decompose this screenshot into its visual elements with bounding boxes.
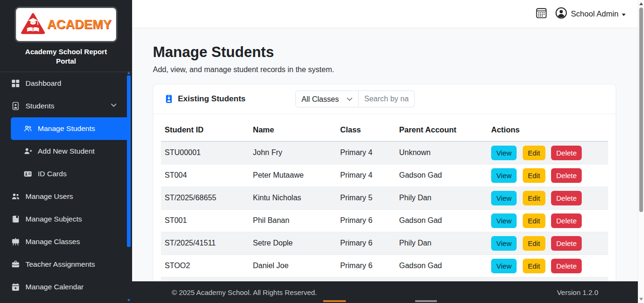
- browser-scrollbar[interactable]: [638, 0, 644, 303]
- sidebar-item-label: Students: [25, 102, 54, 110]
- table-row: ST001 Phil Banan Primary 6 Gadson Gad Vi…: [161, 209, 608, 232]
- delete-button[interactable]: Delete: [551, 191, 582, 205]
- topbar: School Admin: [132, 0, 638, 28]
- search-input[interactable]: [359, 90, 415, 107]
- cell-name: Daniel Joe: [249, 254, 336, 277]
- view-button[interactable]: View: [491, 213, 517, 228]
- students-table-body: Student ID Name Class Parent Account Act…: [153, 114, 616, 300]
- sidebar-item-dashboard[interactable]: Dashboard: [0, 72, 132, 95]
- sidebar-item-add-new-student[interactable]: Add New Student: [0, 140, 132, 163]
- table-row: ST/2025/68655 Kintu Nicholas Primary 5 P…: [161, 187, 608, 209]
- view-button[interactable]: View: [491, 191, 517, 205]
- brand-title: Academy School Report Portal: [0, 47, 132, 66]
- user-avatar-icon[interactable]: [555, 7, 567, 21]
- scroll-up-arrow-icon[interactable]: [639, 2, 643, 5]
- cell-parent: Unknown: [395, 141, 487, 164]
- sidebar-scroll-up-arrow-icon[interactable]: [127, 72, 130, 74]
- people-fill-icon: [11, 192, 20, 201]
- sidebar-scroll-down-arrow-icon[interactable]: [127, 299, 130, 302]
- delete-button[interactable]: Delete: [551, 259, 582, 273]
- cell-parent: Gadson Gad: [395, 209, 487, 232]
- page-subtitle: Add, view, and manage student records in…: [153, 66, 616, 74]
- sidebar-item-label: Teacher Assignments: [25, 260, 95, 269]
- calendar-icon[interactable]: [536, 8, 547, 20]
- edit-button[interactable]: Edit: [523, 236, 545, 251]
- bottom-strip-orange: [323, 300, 346, 302]
- sidebar-item-manage-calendar[interactable]: Manage Calendar: [0, 276, 132, 298]
- cell-class: Primary 4: [336, 164, 395, 187]
- view-button[interactable]: View: [491, 168, 517, 183]
- filter-group: All Classes: [295, 90, 415, 107]
- cell-student-id: STOO2: [161, 254, 249, 277]
- sidebar-item-manage-subjects[interactable]: Manage Subjects: [0, 208, 132, 230]
- cell-parent: Gadson Gad: [395, 164, 487, 187]
- view-button[interactable]: View: [491, 236, 517, 251]
- chevron-down-icon: [110, 102, 117, 110]
- sidebar: ACADEMY Academy School Report Portal Das…: [0, 0, 132, 303]
- cell-actions: View Edit Delete: [487, 209, 608, 232]
- sidebar-nav: Dashboard Students Manage Students: [0, 72, 132, 303]
- cell-parent: Phily Dan: [395, 232, 487, 254]
- students-card-header: Existing Students All Classes: [153, 84, 616, 114]
- caret-down-icon: [622, 14, 626, 16]
- sidebar-item-teacher-assignments[interactable]: Teacher Assignments: [0, 253, 132, 276]
- sidebar-item-label: Manage Students: [38, 124, 95, 133]
- sidebar-item-manage-users[interactable]: Manage Users: [0, 185, 132, 208]
- footer-version: Version 1.2.0: [557, 288, 598, 296]
- sidebar-scrollbar-thumb[interactable]: [127, 75, 131, 247]
- journal-bookmark-icon: [11, 215, 20, 223]
- content: Manage Students Add, view, and manage st…: [132, 28, 638, 303]
- sidebar-item-label: Dashboard: [25, 79, 61, 88]
- edit-button[interactable]: Edit: [523, 191, 545, 205]
- sidebar-item-label: Manage Users: [25, 192, 73, 201]
- easel-icon: [11, 237, 20, 246]
- sidebar-item-manage-classes[interactable]: Manage Classes: [0, 230, 132, 253]
- panel-title: Existing Students: [165, 94, 295, 104]
- cell-actions: View Edit Delete: [487, 141, 608, 164]
- main-area: School Admin Manage Students Add, view, …: [132, 0, 638, 303]
- table-row: ST004 Peter Mutaawe Primary 4 Gadson Gad…: [161, 164, 608, 187]
- table-row: STOO2 Daniel Joe Primary 6 Gadson Gad Vi…: [161, 254, 608, 277]
- student-badge-blue-icon: [165, 95, 173, 103]
- browser-scrollbar-thumb[interactable]: [639, 8, 643, 212]
- delete-button[interactable]: Delete: [551, 168, 582, 183]
- cell-student-id: ST004: [161, 164, 249, 187]
- user-menu-label[interactable]: School Admin: [571, 9, 619, 18]
- view-button[interactable]: View: [491, 146, 517, 160]
- edit-button[interactable]: Edit: [523, 213, 545, 228]
- calendar-plus-icon: [11, 283, 20, 291]
- footer: © 2025 Academy School. All Rights Reserv…: [132, 281, 638, 303]
- table-header-row: Student ID Name Class Parent Account Act…: [161, 122, 608, 141]
- footer-copyright: © 2025 Academy School. All Rights Reserv…: [172, 288, 317, 296]
- dashboard-grid-icon: [11, 79, 20, 88]
- scroll-down-arrow-icon[interactable]: [639, 298, 643, 301]
- view-button[interactable]: View: [491, 259, 517, 273]
- delete-button[interactable]: Delete: [551, 146, 582, 160]
- cell-name: Kintu Nicholas: [249, 187, 336, 209]
- delete-button[interactable]: Delete: [551, 213, 582, 228]
- cell-actions: View Edit Delete: [487, 254, 608, 277]
- sidebar-item-label: ID Cards: [38, 170, 67, 178]
- class-filter-select[interactable]: All Classes: [295, 90, 359, 107]
- cell-parent: Phily Dan: [395, 187, 487, 209]
- people-outline-icon: [24, 124, 32, 133]
- edit-button[interactable]: Edit: [523, 146, 545, 160]
- cell-class: Primary 5: [336, 187, 395, 209]
- sidebar-item-id-cards[interactable]: ID Cards: [0, 163, 132, 185]
- academy-logo-text: ACADEMY: [47, 17, 112, 32]
- sidebar-item-label: Add New Student: [38, 147, 95, 156]
- students-table: Student ID Name Class Parent Account Act…: [161, 122, 608, 300]
- edit-button[interactable]: Edit: [523, 259, 545, 273]
- academy-logo-triangle-icon: [21, 13, 45, 37]
- table-row: STU00001 John Fry Primary 4 Unknown View…: [161, 141, 608, 164]
- col-student-id: Student ID: [161, 122, 249, 141]
- sidebar-item-students[interactable]: Students: [0, 95, 132, 117]
- sidebar-item-manage-students[interactable]: Manage Students: [11, 117, 130, 140]
- edit-button[interactable]: Edit: [523, 168, 545, 183]
- cell-class: Primary 6: [336, 254, 395, 277]
- sidebar-item-label: Manage Classes: [25, 237, 80, 246]
- sidebar-scrollbar[interactable]: [127, 71, 131, 303]
- delete-button[interactable]: Delete: [551, 236, 582, 251]
- class-filter-select-wrap: All Classes: [295, 90, 359, 107]
- briefcase-icon: [11, 260, 20, 269]
